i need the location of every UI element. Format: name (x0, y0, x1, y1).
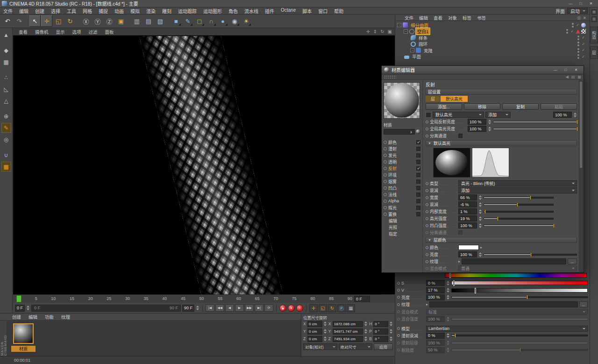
material-name-label[interactable]: 材质 (11, 346, 36, 352)
maximize-button[interactable]: □ (576, 0, 586, 7)
minimize-button[interactable]: — (550, 67, 561, 73)
texture-paint-icon[interactable]: ✎ (1, 123, 11, 133)
layer-blend-dropdown[interactable]: 添加 (485, 112, 511, 118)
object-name[interactable]: 平面 (411, 53, 422, 60)
render-picture-viewer-icon[interactable]: ▤ (143, 15, 154, 27)
keyframe-circle-icon[interactable] (426, 210, 428, 213)
attribute-slider[interactable] (451, 342, 588, 344)
global-value-field[interactable]: 100 % (468, 119, 486, 125)
object-row[interactable]: 细分曲面 ✓ (396, 22, 589, 29)
layer-settings-header[interactable]: 层设置 (426, 89, 577, 95)
record-keyframe-button[interactable]: ◆ (279, 305, 286, 312)
viewport-menu-item[interactable]: 面板 (101, 29, 118, 35)
rotation-field[interactable]: 0 ° (373, 328, 388, 335)
minimize-button[interactable]: — (565, 0, 576, 7)
layout-grid-icon[interactable]: ▥ (591, 16, 597, 22)
menu-item[interactable]: 插件 (262, 7, 278, 14)
maximize-view-icon[interactable]: ▣ (388, 29, 392, 34)
keyframe-circle-icon[interactable] (426, 246, 428, 249)
attribute-value-field[interactable]: 0 % (426, 280, 445, 286)
visibility-dots-icon[interactable] (577, 48, 579, 53)
record-parameter-toggle[interactable]: Ⓟ (337, 304, 346, 312)
color-swatch[interactable] (458, 245, 479, 250)
position-field[interactable]: 0 cm (307, 328, 322, 335)
viewport-solo-icon[interactable]: ◎ (1, 135, 11, 144)
object-manager-menu-item[interactable]: 编辑 (416, 14, 431, 21)
material-menu-item[interactable]: 编辑 (25, 314, 41, 320)
object-row[interactable]: 克隆 ✓ (396, 47, 589, 54)
channel-checkbox[interactable] (416, 140, 420, 144)
channel-checkbox[interactable] (416, 153, 420, 157)
slider-knob[interactable] (455, 333, 456, 338)
z-axis-lock-icon[interactable]: Ⓩ (104, 15, 115, 27)
om-menu-icon[interactable]: ≡ (583, 15, 586, 20)
layer-action-button[interactable]: 添加... (426, 103, 462, 110)
keyframe-circle-icon[interactable] (426, 121, 428, 123)
enable-check-icon[interactable]: ✓ (570, 29, 574, 34)
keyframe-circle-icon[interactable] (426, 135, 428, 137)
param-value-field[interactable]: -6 % (458, 201, 477, 207)
menu-item[interactable]: 创建 (32, 7, 48, 14)
param-stepper[interactable] (478, 216, 482, 221)
layer-strength-field[interactable]: 100 % (553, 112, 572, 118)
layer-tab[interactable]: 层 (426, 96, 440, 102)
menu-item[interactable]: 渲染 (143, 7, 159, 14)
goto-start-button[interactable]: |◀ (206, 304, 214, 312)
viewport-menu-item[interactable]: 查看 (15, 29, 31, 35)
texture-field[interactable] (429, 301, 578, 307)
visibility-dots-icon[interactable] (566, 29, 568, 34)
preview-mode-icon[interactable] (416, 129, 420, 134)
braided-cable-object[interactable] (135, 36, 290, 294)
visibility-dots-icon[interactable] (577, 54, 579, 59)
current-frame-field[interactable]: 0 F (354, 296, 370, 302)
visibility-dots-icon[interactable] (572, 23, 574, 28)
channel-checkbox[interactable] (416, 173, 420, 177)
global-stepper[interactable] (488, 119, 491, 125)
enable-check-icon[interactable]: ✓ (582, 36, 585, 40)
rotate-view-icon[interactable]: ↻ (380, 29, 384, 34)
keyframe-circle-icon[interactable] (397, 334, 400, 337)
blend-mode-dropdown[interactable]: 普通 (458, 265, 577, 271)
global-slider[interactable] (493, 128, 577, 130)
redo-icon[interactable]: ↷ (14, 15, 25, 27)
edges-mode-icon[interactable]: ◺ (1, 84, 11, 94)
size-stepper[interactable] (364, 321, 368, 327)
menu-item[interactable]: 帮助 (331, 7, 347, 14)
layer-action-button[interactable]: 粘贴 (541, 103, 577, 110)
model-mode-icon[interactable]: ◆ (1, 45, 11, 55)
channel-label[interactable]: 环境 (388, 172, 415, 178)
attribute-stepper[interactable] (446, 340, 450, 346)
param-dropdown[interactable]: 添加 (458, 187, 577, 193)
spline-pen-icon[interactable]: ✎ (182, 15, 193, 27)
x-axis-lock-icon[interactable]: Ⓧ (80, 15, 92, 27)
size-field[interactable]: 54971.747 cm (333, 328, 363, 335)
layer-action-button[interactable]: 移除 (464, 103, 500, 110)
material-menu-item[interactable]: 创建 (8, 314, 25, 320)
specular-curve-preview[interactable] (472, 148, 509, 178)
object-manager-menu-item[interactable]: 查看 (431, 14, 445, 21)
channel-checkbox[interactable] (416, 193, 420, 197)
attribute-stepper[interactable] (446, 287, 450, 293)
live-selection-tool-icon[interactable]: ↖ (29, 15, 41, 27)
menu-item[interactable]: 脚本 (299, 7, 315, 14)
menu-item[interactable]: 工具 (64, 7, 79, 14)
object-row[interactable]: 空白1 ✓ (396, 29, 589, 35)
object-manager-menu-item[interactable]: 书签 (474, 14, 489, 21)
attribute-dropdown[interactable]: Lambertian (426, 326, 588, 332)
keyframe-selection-button[interactable]: ○ (296, 305, 303, 312)
page-link[interactable]: 光照 (384, 224, 420, 230)
keyframe-circle-icon[interactable] (426, 253, 428, 256)
gradient-marker[interactable] (475, 288, 476, 293)
channel-label[interactable]: 反射 (388, 165, 415, 171)
channel-label[interactable]: 凹凸 (388, 185, 415, 191)
goto-end-button[interactable]: ▶| (255, 304, 263, 312)
channel-checkbox[interactable] (416, 212, 420, 216)
channel-label[interactable]: 烟雾 (388, 178, 415, 185)
attribute-slider[interactable] (451, 296, 588, 298)
param-slider[interactable] (484, 218, 554, 220)
light-object-icon[interactable]: ☀ (241, 15, 252, 27)
range-start-field[interactable]: 0 F (15, 305, 25, 312)
enable-check-icon[interactable]: ✓ (582, 42, 585, 46)
next-frame-button[interactable]: ▶▶ (245, 304, 254, 312)
channel-checkbox[interactable] (416, 206, 420, 210)
